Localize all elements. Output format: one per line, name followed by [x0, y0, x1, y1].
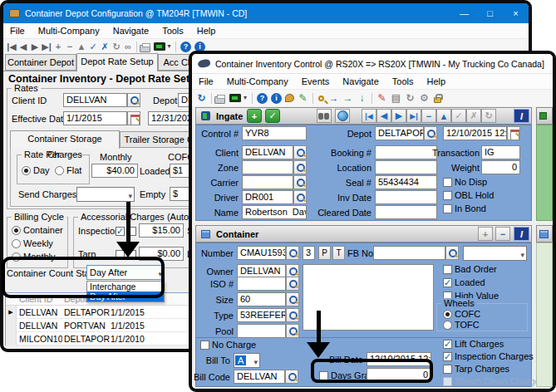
refresh-button[interactable]: ↻ — [481, 109, 496, 123]
table-row[interactable]: ▶ DELLVAN DELTAPORT 1/1/2015 — [6, 306, 189, 319]
carrier-field[interactable] — [242, 175, 293, 189]
prev-record-button[interactable]: ◀ — [376, 109, 391, 123]
terminal-dropdown-icon[interactable]: ▾ — [241, 92, 249, 104]
terminal-dropdown-icon[interactable]: ▾ — [165, 41, 173, 52]
pool-field[interactable] — [237, 324, 286, 338]
last-record-icon[interactable]: ▶| — [41, 41, 52, 52]
billing-weekly-radio[interactable] — [12, 239, 21, 248]
web-button[interactable] — [335, 109, 350, 123]
menu-navigate[interactable]: Navigate — [336, 76, 385, 86]
title-bar[interactable]: Container Depot Configuration @ TM204R [… — [3, 3, 529, 23]
help-icon[interactable]: ? — [257, 93, 268, 104]
tofc-label[interactable]: TOFC — [455, 320, 480, 331]
view-button[interactable] — [317, 109, 332, 123]
billing-container-radio[interactable] — [12, 226, 21, 235]
inspection-checkbox[interactable] — [116, 227, 125, 236]
sequence-field[interactable]: 3 — [303, 246, 315, 260]
seal-field[interactable]: 55434434 — [375, 175, 437, 189]
search-icon[interactable] — [318, 96, 324, 101]
type-field[interactable]: 53REEFER — [237, 308, 286, 322]
go-arrow-icon[interactable]: → — [327, 91, 341, 105]
title-bar[interactable]: Container Inventory Control @ RS20X => R… — [192, 54, 553, 74]
tofc-radio[interactable] — [443, 321, 452, 330]
driver-field[interactable]: DR001 — [242, 190, 293, 204]
no-disp-checkbox[interactable] — [443, 178, 452, 187]
terminal-icon[interactable] — [229, 94, 241, 102]
client-lookup-icon[interactable] — [127, 93, 140, 107]
location-field[interactable] — [375, 160, 437, 174]
calendar-icon[interactable] — [127, 111, 140, 125]
bill-code-lookup-icon[interactable] — [285, 370, 298, 384]
sign-pen-icon[interactable]: ✎ — [375, 91, 389, 105]
add-record-icon[interactable]: + — [52, 41, 64, 52]
save-icon[interactable]: ✓ — [87, 41, 99, 52]
refresh-icon[interactable]: ↻ — [111, 41, 122, 52]
menu-help[interactable]: Help — [190, 26, 223, 36]
info-icon[interactable]: i — [271, 93, 282, 104]
cancel-icon[interactable]: ✗ — [99, 41, 111, 52]
in-bond-checkbox[interactable] — [443, 204, 452, 213]
up-button[interactable]: ▲ — [436, 109, 451, 123]
lift-charges-label[interactable]: Lift Charges — [455, 339, 504, 350]
prev-record-icon[interactable]: ◀ — [17, 41, 29, 52]
no-disp-label[interactable]: No Disp — [455, 177, 487, 188]
add-ingate-button[interactable]: + — [247, 109, 262, 123]
bill-to-combo[interactable]: A ▾ — [234, 353, 260, 368]
inv-date-field[interactable] — [375, 190, 437, 204]
pool-lookup-icon[interactable] — [286, 324, 299, 338]
menu-multi-company[interactable]: Multi-Company — [220, 76, 295, 86]
obl-hold-checkbox[interactable] — [443, 191, 452, 200]
no-charge-label[interactable]: No Charge — [212, 340, 256, 350]
depot-lookup-icon[interactable] — [424, 126, 437, 140]
no-charge-checkbox[interactable] — [200, 341, 209, 350]
send-charges-combo[interactable]: ▾ — [76, 187, 135, 202]
menu-events[interactable]: Events — [295, 76, 337, 86]
menu-tools[interactable]: Tools — [155, 26, 190, 36]
ingate-datetime-field[interactable]: 12/10/2015 12:44 — [443, 126, 507, 140]
t-button[interactable]: T — [332, 246, 345, 260]
menu-navigate[interactable]: Navigate — [106, 26, 155, 36]
rate-flat-label[interactable]: Flat — [66, 165, 81, 176]
cancel-button[interactable]: ✗ — [466, 109, 481, 123]
menu-help[interactable]: Help — [420, 76, 452, 86]
menu-file[interactable]: File — [192, 76, 220, 86]
rate-day-label[interactable]: Day — [33, 165, 50, 176]
type-lookup-icon[interactable] — [286, 308, 299, 322]
rate-day-radio[interactable] — [22, 166, 31, 175]
last-record-button[interactable]: ▶| — [406, 109, 421, 123]
tab-container-depot[interactable]: Container Depot — [5, 54, 76, 71]
delete-record-button[interactable]: − — [421, 109, 436, 123]
driver-name-field[interactable]: Robertson David — [242, 205, 307, 219]
tarp-charges-checkbox[interactable] — [443, 365, 452, 374]
add-container-button[interactable]: + — [478, 227, 493, 241]
link-icon[interactable]: ∞ — [122, 41, 134, 52]
bad-order-label[interactable]: Bad Order — [455, 264, 497, 275]
inspection-charges-checkbox[interactable] — [443, 352, 452, 361]
lift-charges-checkbox[interactable] — [443, 340, 452, 349]
container-combo[interactable]: ▾ — [463, 246, 527, 261]
client-field[interactable]: DELLVAN — [242, 145, 293, 159]
spreadsheet-icon[interactable]: ▤ — [389, 91, 403, 105]
maximize-button[interactable]: □ — [477, 3, 503, 23]
tab-container-storage-charges[interactable]: Container Storage Charges — [10, 130, 120, 149]
bill-code-field[interactable]: DELLVAN — [234, 370, 285, 384]
effective-from-field[interactable]: 1/1/2015 — [63, 111, 127, 125]
size-field[interactable]: 60 — [237, 292, 286, 306]
rate-flat-radio[interactable] — [55, 166, 64, 175]
next-record-icon[interactable]: ▶ — [29, 41, 41, 52]
tarp-charges-label[interactable]: Tarp Charges — [455, 364, 509, 375]
first-record-icon[interactable]: |◀ — [6, 41, 17, 52]
depot-field[interactable]: DELTAPORT — [375, 126, 424, 140]
next-record-button[interactable]: ▶ — [391, 109, 406, 123]
menu-multi-company[interactable]: Multi-Company — [32, 26, 106, 36]
billing-container-label[interactable]: Container — [23, 225, 63, 236]
save-button[interactable]: ✓ — [451, 109, 466, 123]
inspection-fee-field[interactable]: $15.00 — [139, 223, 184, 238]
close-button[interactable]: × — [503, 3, 529, 23]
table-row[interactable]: MILCON100 DELTAPORT 1/1/2010 — [6, 332, 189, 345]
cofc-radio[interactable] — [443, 310, 452, 319]
print-icon[interactable] — [140, 45, 150, 52]
refresh-icon[interactable]: ↻ — [194, 91, 209, 105]
transaction-field[interactable]: IG — [481, 145, 520, 159]
forward-arrow-icon[interactable]: → — [341, 91, 355, 105]
